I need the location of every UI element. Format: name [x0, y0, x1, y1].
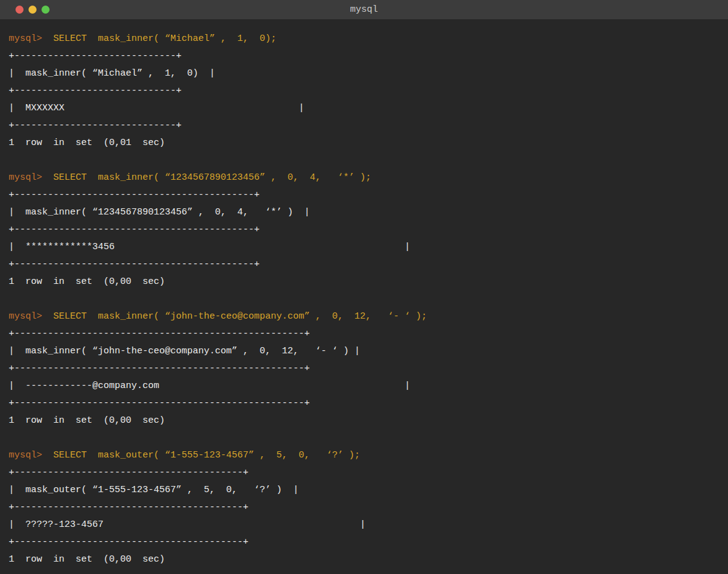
row-count-status: 1 row in set (0,00 sec): [9, 412, 726, 430]
table-border: +---------------------------------------…: [9, 534, 726, 551]
window-title: mysql: [0, 4, 728, 15]
mysql-prompt: mysql>: [9, 450, 42, 461]
command-line: mysql> SELECT mask_inner( “Michael” , 1,…: [9, 30, 726, 48]
table-value-row: | ?????-123-4567 |: [9, 516, 726, 534]
table-value-row: | MXXXXXX |: [9, 100, 726, 117]
zoom-button[interactable]: [42, 6, 50, 14]
row-count-status: 1 row in set (0,01 sec): [9, 135, 726, 152]
mysql-prompt: mysql>: [9, 33, 42, 44]
table-border: +---------------------------------------…: [9, 256, 726, 273]
row-count-status: 1 row in set (0,00 sec): [9, 273, 726, 291]
sql-query: SELECT mask_inner( “john-the-ceo@company…: [42, 311, 427, 322]
query-block-3: mysql> SELECT mask_inner( “john-the-ceo@…: [9, 308, 726, 430]
table-value-row: | ------------@company.com |: [9, 378, 726, 395]
table-border: +---------------------------------------…: [9, 221, 726, 239]
minimize-button[interactable]: [29, 6, 37, 14]
query-block-4: mysql> SELECT mask_outer( “1-555-123-456…: [9, 447, 726, 568]
sql-query: SELECT mask_outer( “1-555-123-4567” , 5,…: [42, 450, 360, 461]
table-header-row: | mask_inner( “Michael” , 1, 0) |: [9, 65, 726, 82]
sql-query: SELECT mask_inner( “Michael” , 1, 0);: [42, 33, 276, 44]
table-header-row: | mask_inner( “1234567890123456” , 0, 4,…: [9, 204, 726, 221]
table-value-row: | ************3456 |: [9, 239, 726, 256]
command-line: mysql> SELECT mask_inner( “1234567890123…: [9, 169, 726, 187]
table-header-row: | mask_outer( “1-555-123-4567” , 5, 0, ‘…: [9, 482, 726, 499]
table-border: +-----------------------------+: [9, 117, 726, 135]
sql-query: SELECT mask_inner( “1234567890123456” , …: [42, 172, 371, 183]
terminal-content[interactable]: mysql> SELECT mask_inner( “Michael” , 1,…: [0, 19, 728, 574]
titlebar[interactable]: mysql: [0, 0, 728, 19]
window-controls: [0, 6, 50, 14]
query-block-1: mysql> SELECT mask_inner( “Michael” , 1,…: [9, 30, 726, 152]
close-button[interactable]: [15, 6, 24, 14]
table-border: +-----------------------------+: [9, 82, 726, 100]
command-line: mysql> SELECT mask_inner( “john-the-ceo@…: [9, 308, 726, 325]
command-line: mysql> SELECT mask_outer( “1-555-123-456…: [9, 447, 726, 464]
table-border: +---------------------------------------…: [9, 187, 726, 204]
table-border: +---------------------------------------…: [9, 325, 726, 343]
table-border: +---------------------------------------…: [9, 360, 726, 378]
terminal-window: mysql mysql> SELECT mask_inner( “Michael…: [0, 0, 728, 574]
table-header-row: | mask_inner( “john-the-ceo@company.com”…: [9, 343, 726, 360]
query-block-2: mysql> SELECT mask_inner( “1234567890123…: [9, 169, 726, 291]
table-border: +---------------------------------------…: [9, 499, 726, 516]
mysql-prompt: mysql>: [9, 172, 42, 183]
table-border: +-----------------------------+: [9, 48, 726, 65]
mysql-prompt: mysql>: [9, 311, 42, 322]
table-border: +---------------------------------------…: [9, 464, 726, 482]
table-border: +---------------------------------------…: [9, 395, 726, 412]
row-count-status: 1 row in set (0,00 sec): [9, 551, 726, 568]
